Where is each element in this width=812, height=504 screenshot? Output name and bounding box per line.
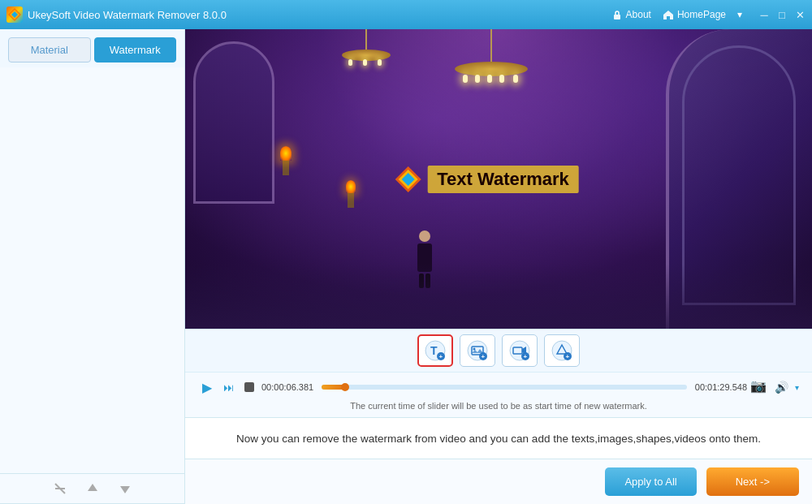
svg-rect-3 <box>614 15 620 19</box>
chandelier-chain <box>490 29 492 62</box>
chandelier-2-light-1 <box>348 59 352 66</box>
step-forward-button[interactable]: ⏭ <box>219 378 237 396</box>
homepage-button[interactable]: HomePage <box>663 9 726 20</box>
char-head <box>419 230 430 242</box>
image-watermark-icon: + <box>466 339 489 362</box>
apply-to-all-button[interactable]: Apply to All <box>605 467 696 496</box>
progress-bar[interactable] <box>322 385 687 390</box>
floor-gradient <box>185 264 812 329</box>
chandelier-2-chain <box>365 29 367 50</box>
hint-row: The current time of slider will be used … <box>192 397 806 414</box>
torch-right <box>348 192 354 208</box>
delete-icon <box>53 481 67 496</box>
arch-window-left <box>193 41 274 204</box>
end-time: 00:01:29.548 <box>690 382 747 392</box>
chandelier-2-body <box>342 50 391 61</box>
chandelier-light-4 <box>499 75 504 83</box>
description-text: Now you can remove the watermark from vi… <box>236 433 761 445</box>
video-toolbar: T + + <box>185 329 812 372</box>
hint-text: The current time of slider will be used … <box>350 401 647 411</box>
chandelier-body <box>455 62 528 76</box>
torch-right-flame <box>346 180 356 193</box>
right-panel: Text Watermark T + <box>185 29 812 504</box>
title-right: About HomePage ▾ ─ □ ✕ <box>611 9 806 20</box>
chandelier-2-light-2 <box>363 59 367 66</box>
torch-left-flame <box>280 146 292 161</box>
title-bar: UkeySoft Video Watermark Remover 8.0.0 A… <box>0 0 812 29</box>
maximize-button[interactable]: □ <box>776 9 788 20</box>
playback-row: ▶ ⏭ 00:00:06.381 00:01:29.548 📷 <box>192 376 806 397</box>
down-arrow-icon <box>118 481 132 496</box>
chandelier-1 <box>455 29 528 76</box>
app-icon <box>6 6 23 23</box>
video-frame: Text Watermark <box>185 29 812 329</box>
stop-icon <box>244 382 254 392</box>
watermark-overlay: Text Watermark <box>393 165 579 194</box>
add-shape-watermark-button[interactable]: + <box>544 334 580 367</box>
tab-watermark[interactable]: Watermark <box>94 37 177 62</box>
action-bar: Apply to All Next -> <box>185 459 812 504</box>
volume-button[interactable]: 🔊 <box>771 379 792 395</box>
add-video-watermark-button[interactable]: + <box>502 334 538 367</box>
shape-watermark-icon: + <box>551 339 573 362</box>
sidebar-tools <box>0 473 184 504</box>
move-down-button[interactable] <box>115 479 135 498</box>
watermark-logo-icon <box>393 165 422 194</box>
add-text-watermark-button[interactable]: T + <box>417 334 453 367</box>
svg-text:+: + <box>524 353 528 360</box>
progress-thumb[interactable] <box>341 383 349 391</box>
chandelier-2 <box>342 29 391 61</box>
app-title: UkeySoft Video Watermark Remover 8.0.0 <box>28 9 227 21</box>
play-button[interactable]: ▶ <box>198 378 216 396</box>
torch-left <box>283 159 289 175</box>
svg-text:+: + <box>566 353 570 360</box>
delete-item-button[interactable] <box>50 479 70 498</box>
text-watermark-icon: T + <box>424 339 447 362</box>
chandelier-light-2 <box>475 75 480 83</box>
add-image-watermark-button[interactable]: + <box>460 334 495 367</box>
dropdown-button[interactable]: ▾ <box>737 9 742 20</box>
close-button[interactable]: ✕ <box>794 9 806 20</box>
tab-bar: Material Watermark <box>0 37 184 62</box>
chevron-down-icon: ▾ <box>737 9 742 20</box>
description-bar: Now you can remove the watermark from vi… <box>185 417 812 459</box>
minimize-button[interactable]: ─ <box>758 9 770 20</box>
sidebar: Material Watermark <box>0 29 185 504</box>
chandelier-2-light-3 <box>378 59 382 66</box>
playback-bar: ▶ ⏭ 00:00:06.381 00:01:29.548 📷 <box>185 372 812 417</box>
sidebar-content <box>0 67 184 473</box>
lock-icon <box>611 9 623 20</box>
watermark-text-label: Text Watermark <box>427 166 579 193</box>
home-icon <box>663 9 674 20</box>
stop-button[interactable] <box>240 378 258 396</box>
chandelier-light-5 <box>513 75 518 83</box>
up-arrow-icon <box>85 481 100 496</box>
screenshot-button[interactable]: 📷 <box>750 378 768 396</box>
chandelier-light-3 <box>487 75 492 83</box>
move-up-button[interactable] <box>83 479 102 498</box>
next-button[interactable]: Next -> <box>706 467 799 496</box>
svg-text:+: + <box>439 353 443 360</box>
video-watermark-icon: + <box>508 339 531 362</box>
tab-material[interactable]: Material <box>8 37 91 62</box>
window-controls: ─ □ ✕ <box>758 9 806 20</box>
about-button[interactable]: About <box>611 9 651 20</box>
current-time: 00:00:06.381 <box>261 382 318 392</box>
main-content: Material Watermark <box>0 29 812 504</box>
title-left: UkeySoft Video Watermark Remover 8.0.0 <box>6 6 227 23</box>
chandelier-light-1 <box>463 75 468 83</box>
svg-text:+: + <box>482 353 486 360</box>
svg-text:T: T <box>430 344 438 357</box>
volume-dropdown[interactable]: ▾ <box>795 383 799 392</box>
